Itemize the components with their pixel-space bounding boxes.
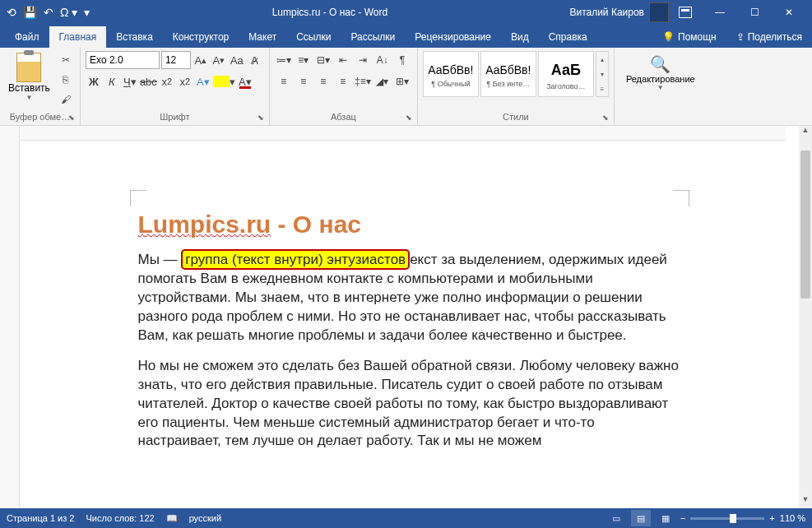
tab-design[interactable]: Конструктор (163, 26, 239, 48)
tab-mailings[interactable]: Рассылки (341, 26, 405, 48)
group-editing: 🔍 Редактирование ▼ (615, 48, 707, 125)
print-layout-icon[interactable]: ▤ (631, 510, 651, 526)
group-clipboard-label: Буфер обме… (5, 110, 75, 123)
window-title: Lumpics.ru - О нас - Word (90, 7, 569, 18)
scroll-thumb[interactable] (800, 151, 810, 299)
scroll-down-icon[interactable]: ▼ (799, 495, 812, 508)
avatar[interactable] (649, 2, 669, 22)
group-font: A▴ A▾ Aa A̷ Ж К Ч▾ abc x2 x2 A▾ ▾ A▾ Шри… (81, 48, 270, 125)
close-icon[interactable]: ✕ (773, 1, 805, 24)
vertical-scrollbar[interactable]: ▲ ▼ (799, 126, 812, 508)
copy-icon[interactable]: ⎘ (57, 71, 75, 89)
search-icon: 🔍 (650, 54, 670, 74)
maximize-icon[interactable]: ☐ (738, 1, 771, 24)
share-icon: ⇪ (736, 31, 745, 43)
style-no-spacing[interactable]: АаБбВв! ¶ Без инте… (480, 51, 536, 97)
bold-button[interactable]: Ж (86, 72, 102, 90)
group-clipboard: Вставить ▼ ✂ ⎘ 🖌 Буфер обме… ⬊ (0, 48, 81, 125)
group-styles-label: Стили (423, 110, 609, 123)
paste-label: Вставить (8, 82, 50, 94)
format-painter-icon[interactable]: 🖌 (57, 90, 75, 109)
numbering-icon[interactable]: ≡▾ (295, 51, 313, 69)
paste-button[interactable]: Вставить ▼ (5, 51, 53, 103)
scroll-up-icon[interactable]: ▲ (799, 126, 812, 139)
font-name-combo[interactable] (86, 51, 160, 69)
justify-icon[interactable]: ≡ (334, 72, 352, 90)
decrease-indent-icon[interactable]: ⇤ (334, 51, 352, 69)
tab-view[interactable]: Вид (501, 26, 539, 48)
show-marks-icon[interactable]: ¶ (393, 51, 411, 69)
clear-formatting-icon[interactable]: A̷ (247, 51, 263, 69)
tab-help[interactable]: Справка (539, 26, 597, 48)
status-spellcheck-icon[interactable]: 📖 (166, 513, 178, 524)
zoom-out-icon[interactable]: − (680, 513, 685, 523)
document-title[interactable]: Lumpics.ru - О нас (138, 211, 681, 239)
zoom-slider[interactable] (690, 517, 764, 520)
sort-icon[interactable]: A↓ (374, 51, 392, 69)
highlighted-selection[interactable]: группа (текст внутри) энтузиастов (181, 249, 410, 270)
shading-icon[interactable]: ◢▾ (374, 72, 392, 90)
tab-references[interactable]: Ссылки (286, 26, 341, 48)
zoom-level[interactable]: 110 % (780, 513, 805, 523)
cut-icon[interactable]: ✂ (57, 51, 75, 69)
tab-home[interactable]: Главная (49, 26, 107, 48)
document-page[interactable]: Lumpics.ru - О нас Мы — группа (текст вн… (48, 149, 772, 479)
web-layout-icon[interactable]: ▦ (656, 510, 675, 526)
horizontal-ruler[interactable] (20, 126, 786, 141)
tab-review[interactable]: Рецензирование (405, 26, 501, 48)
save-icon[interactable]: 💾 (23, 6, 37, 19)
status-language[interactable]: русский (189, 513, 221, 523)
margin-corner-icon (673, 190, 689, 206)
status-wordcount[interactable]: Число слов: 122 (86, 513, 154, 523)
autosave-icon[interactable]: ⟲ (7, 6, 16, 19)
minimize-icon[interactable]: — (703, 1, 736, 24)
zoom-in-icon[interactable]: + (769, 513, 774, 523)
styles-gallery-more-icon[interactable]: ▴▾≡ (596, 51, 609, 97)
qat-customize-icon[interactable]: ▾ (84, 6, 90, 19)
undo-icon[interactable]: ↶ (44, 6, 53, 19)
clipboard-launcher-icon[interactable]: ⬊ (68, 113, 78, 123)
font-launcher-icon[interactable]: ⬊ (258, 113, 267, 123)
status-page[interactable]: Страница 1 из 2 (7, 513, 74, 523)
vertical-ruler[interactable] (0, 126, 20, 508)
bulb-icon: 💡 (662, 31, 675, 43)
paragraph-launcher-icon[interactable]: ⬊ (406, 113, 415, 123)
align-right-icon[interactable]: ≡ (314, 72, 332, 90)
multilevel-list-icon[interactable]: ⊟▾ (314, 51, 332, 69)
grow-font-icon[interactable]: A▴ (193, 51, 209, 69)
editing-button[interactable]: 🔍 Редактирование ▼ (619, 51, 702, 95)
underline-button[interactable]: Ч▾ (122, 72, 138, 90)
bullets-icon[interactable]: ≔▾ (275, 51, 293, 69)
font-size-combo[interactable] (161, 51, 191, 69)
tab-layout[interactable]: Макет (239, 26, 286, 48)
increase-indent-icon[interactable]: ⇥ (354, 51, 372, 69)
style-heading1[interactable]: АаБ Заголово… (538, 51, 594, 97)
borders-icon[interactable]: ⊞▾ (393, 72, 411, 90)
document-paragraph-2[interactable]: Но мы не сможем это сделать без Вашей об… (138, 357, 681, 452)
style-normal[interactable]: АаБбВв! ¶ Обычный (423, 51, 479, 97)
strikethrough-icon[interactable]: abc (140, 72, 157, 90)
tab-insert[interactable]: Вставка (106, 26, 163, 48)
superscript-icon[interactable]: x2 (177, 72, 193, 90)
change-case-icon[interactable]: Aa (229, 51, 245, 69)
tab-file[interactable]: Файл (5, 26, 49, 48)
document-paragraph-1[interactable]: Мы — группа (текст внутри) энтузиастовек… (138, 251, 681, 345)
shrink-font-icon[interactable]: A▾ (211, 51, 227, 69)
read-mode-icon[interactable]: ▭ (606, 510, 626, 526)
user-name[interactable]: Виталий Каиров (569, 7, 644, 18)
redo-icon[interactable]: Ω ▾ (60, 6, 77, 19)
align-center-icon[interactable]: ≡ (295, 72, 313, 90)
margin-corner-icon (130, 190, 146, 206)
subscript-icon[interactable]: x2 (159, 72, 175, 90)
group-paragraph-label: Абзац (275, 110, 412, 123)
text-effects-icon[interactable]: A▾ (195, 72, 211, 90)
align-left-icon[interactable]: ≡ (275, 72, 293, 90)
highlight-color-icon[interactable]: ▾ (213, 72, 235, 90)
italic-button[interactable]: К (104, 72, 120, 90)
ribbon-display-options-icon[interactable] (669, 1, 702, 24)
line-spacing-icon[interactable]: ‡≡▾ (354, 72, 372, 90)
share-button[interactable]: ⇪Поделиться (726, 26, 812, 48)
font-color-icon[interactable]: A▾ (237, 72, 253, 90)
tell-me-button[interactable]: 💡Помощн (652, 26, 726, 48)
styles-launcher-icon[interactable]: ⬊ (602, 113, 612, 123)
